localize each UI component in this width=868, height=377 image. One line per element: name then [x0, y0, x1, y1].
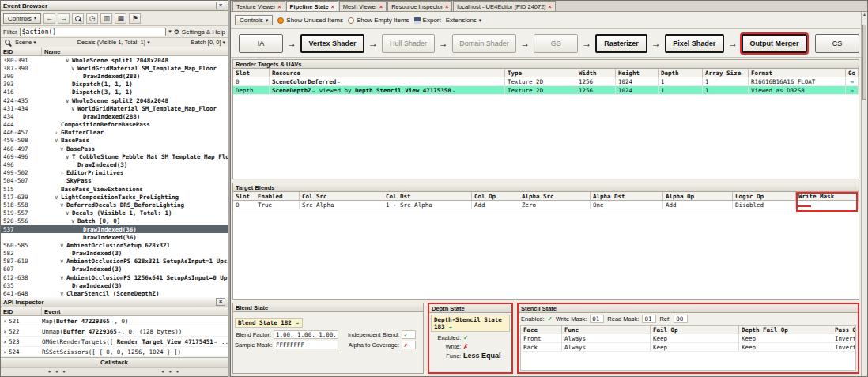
event-row[interactable]: 499-502›EditorPrimitives: [1, 169, 228, 177]
event-row[interactable]: 582DrawIndexed(3): [1, 250, 228, 258]
render-target-row[interactable]: 0SceneColorDeferred→Texture 2D1256102411…: [233, 77, 859, 86]
stage-pixel-shader[interactable]: Pixel Shader: [665, 34, 724, 53]
event-row[interactable]: 387-390∨WorldGridMaterial SM_Template_Ma…: [1, 64, 228, 72]
stage-rasterizer[interactable]: Rasterizer: [595, 34, 647, 53]
event-row[interactable]: 587-610∨AmbientOcclusionPS 628x321 Setup…: [1, 258, 228, 266]
rt-column-array-size[interactable]: Array Size: [703, 69, 749, 77]
depth-stencil-object-link[interactable]: Depth-Stencil State 183 →: [431, 315, 510, 332]
collapse-arrow-icon[interactable]: ∨: [66, 209, 72, 217]
find-event-button[interactable]: [72, 13, 84, 24]
resource-link[interactable]: SceneColorDeferred: [272, 78, 336, 85]
api-call-row[interactable]: ›521Map(Buffer 47229365→, 0): [1, 316, 228, 326]
tb-column-alpha-src[interactable]: Alpha Src: [519, 192, 591, 201]
export-button[interactable]: Export: [414, 17, 441, 24]
stage-vertex-shader[interactable]: Vertex Shader: [300, 34, 364, 53]
event-row[interactable]: 460-497∨BasePass: [1, 145, 228, 153]
column-eid[interactable]: EID: [1, 307, 42, 315]
scrollbar-thumb[interactable]: [862, 25, 866, 100]
bookmark-button[interactable]: ⚑: [129, 13, 141, 24]
tab-resource-inspector[interactable]: Resource Inspector×: [387, 1, 452, 11]
resource-link[interactable]: SceneDepthZ: [272, 87, 311, 94]
resource-link[interactable]: Depth Stencil View 47175358: [355, 87, 451, 94]
resource-link[interactable]: Render Target View 47175451: [117, 338, 213, 345]
close-icon[interactable]: ×: [445, 4, 448, 9]
pipeline-controls-button[interactable]: Controls ▾: [235, 15, 273, 25]
rt-column-go[interactable]: Go: [846, 69, 859, 77]
resize-grip[interactable]: ● ● ●: [1, 368, 115, 376]
save-button[interactable]: ▦: [115, 13, 126, 24]
event-row[interactable]: 469-496∨T_CobbleStone_Pebble_Mat SM_Temp…: [1, 153, 228, 160]
stats-button[interactable]: ▥: [100, 13, 112, 24]
event-row[interactable]: 431-434∨WorldGridMaterial SM_Template_Ma…: [1, 104, 228, 112]
controls-button[interactable]: Controls ▾: [3, 13, 41, 24]
event-row[interactable]: 560-585∨AmbientOcclusionSetup 628x321: [1, 241, 228, 249]
stage-domain-shader[interactable]: Domain Shader: [452, 34, 516, 53]
tb-column-alpha-dst[interactable]: Alpha Dst: [591, 192, 663, 201]
rt-column-type[interactable]: Type: [505, 69, 576, 77]
expand-arrow-icon[interactable]: ›: [60, 169, 66, 176]
event-row[interactable]: 519-557∨Decals (Visible 1, Total: 1): [1, 209, 228, 217]
rt-column-slot[interactable]: Slot: [233, 69, 270, 77]
collapse-arrow-icon[interactable]: ∨: [60, 258, 66, 265]
event-row[interactable]: 390DrawIndexed(288): [1, 72, 228, 80]
api-call-row[interactable]: ›524RSSetScissors([ { 0, 0, 1256, 1024 }…: [1, 347, 228, 357]
prev-event-button[interactable]: ←: [43, 13, 55, 24]
event-row[interactable]: 612-638∨AmbientOcclusionPS 1256x641 Setu…: [1, 273, 228, 281]
stencil-column-depth-fail-op[interactable]: Depth Fail Op: [739, 326, 832, 334]
collapse-arrow-icon[interactable]: ∨: [66, 97, 72, 104]
close-icon[interactable]: ×: [379, 4, 383, 9]
event-row[interactable]: 496DrawIndexed(3): [1, 160, 228, 168]
collapse-arrow-icon[interactable]: ∨: [71, 65, 77, 72]
expand-arrow-icon[interactable]: ›: [1, 349, 9, 356]
event-row[interactable]: 416Dispatch(3, 1, 1): [1, 89, 228, 96]
stencil-column-pass-op[interactable]: Pass Op: [832, 326, 855, 334]
collapse-arrow-icon[interactable]: ∨: [55, 194, 61, 201]
stage-hull-shader[interactable]: Hull Shader: [382, 34, 435, 53]
settings-help-link[interactable]: Settings & Help: [182, 28, 225, 36]
event-row[interactable]: 434DrawIndexed(288): [1, 112, 228, 120]
event-row[interactable]: 520-556∨Batch [0, 0]: [1, 217, 228, 225]
callstack-section-header[interactable]: Callstack: [1, 357, 228, 367]
extensions-button[interactable]: Extensions ▾: [446, 17, 482, 24]
tb-column-slot[interactable]: Slot: [233, 192, 255, 201]
close-icon[interactable]: ×: [277, 4, 281, 9]
collapse-arrow-icon[interactable]: ∨: [71, 217, 77, 224]
expand-arrow-icon[interactable]: ›: [1, 338, 9, 345]
collapse-arrow-icon[interactable]: ∨: [60, 242, 66, 249]
tb-column-logic-op[interactable]: Logic Op: [733, 192, 796, 201]
show-empty-radio[interactable]: Show Empty Items: [348, 17, 409, 24]
tab-pipeline-state[interactable]: Pipeline State×: [286, 1, 338, 11]
stage-ia[interactable]: IA: [239, 34, 283, 53]
tb-column-col-dst[interactable]: Col Dst: [383, 192, 472, 201]
stencil-face-row[interactable]: FrontAlwaysKeepKeepInvert: [521, 334, 855, 343]
tb-column-alpha-op[interactable]: Alpha Op: [663, 192, 733, 201]
api-inspector-titlebar[interactable]: API Inspector ×: [1, 297, 228, 307]
breadcrumb-segment[interactable]: Decals (Visible 1, Total: 1)▾: [77, 39, 150, 46]
event-row[interactable]: 518-558∨DeferredDecals DRS_BeforeLightin…: [1, 201, 228, 209]
tb-column-write-mask[interactable]: Write Mask: [796, 192, 859, 201]
collapse-arrow-icon[interactable]: ∨: [60, 274, 66, 281]
tb-column-enabled[interactable]: Enabled: [255, 192, 300, 201]
filter-input[interactable]: [20, 28, 166, 36]
collapse-arrow-icon[interactable]: ∨: [66, 57, 72, 64]
expand-arrow-icon[interactable]: ›: [55, 129, 61, 136]
show-unused-radio[interactable]: Show Unused Items: [277, 17, 343, 24]
collapse-arrow-icon[interactable]: ∨: [60, 290, 66, 297]
stage-output-merger[interactable]: Output Merger: [742, 34, 807, 53]
render-target-row[interactable]: DepthSceneDepthZ→ viewed by Depth Stenci…: [233, 86, 859, 95]
event-row[interactable]: 504-507SkyPass: [1, 177, 228, 185]
api-call-row[interactable]: ›523OMGetRenderTargets([ Render Target V…: [1, 337, 228, 347]
rt-column-format[interactable]: Format: [749, 69, 846, 77]
tab-mesh-viewer[interactable]: Mesh Viewer×: [339, 1, 387, 11]
event-row[interactable]: 641-648∨ClearStencil (SceneDepthZ): [1, 289, 228, 297]
expand-arrow-icon[interactable]: ›: [1, 328, 9, 335]
column-name[interactable]: Name: [42, 48, 228, 55]
resource-link[interactable]: Buffer 47229365: [56, 318, 110, 325]
close-icon[interactable]: ×: [331, 4, 334, 9]
stencil-column-face[interactable]: Face: [521, 326, 562, 334]
event-browser-titlebar[interactable]: Event Browser ×: [1, 1, 228, 11]
event-row[interactable]: 517-639∨LightCompositionTasks_PreLightin…: [1, 193, 228, 201]
event-row[interactable]: 537DrawIndexed(36): [1, 225, 228, 233]
event-row[interactable]: DrawIndexed(36): [1, 233, 228, 241]
chevron-down-icon[interactable]: ▾: [168, 28, 172, 35]
